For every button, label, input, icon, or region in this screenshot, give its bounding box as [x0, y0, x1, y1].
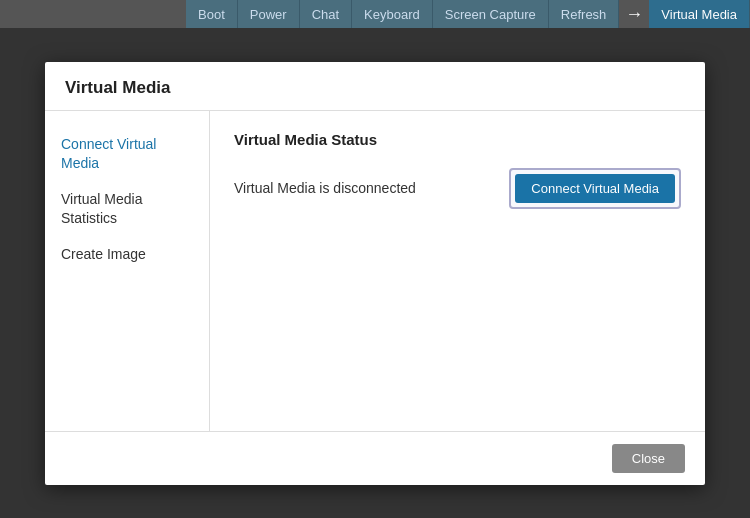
- toolbar-refresh[interactable]: Refresh: [549, 0, 620, 28]
- status-text: Virtual Media is disconnected: [234, 180, 416, 196]
- modal-body: Connect Virtual Media Virtual Media Stat…: [45, 111, 705, 431]
- toolbar-boot[interactable]: Boot: [186, 0, 238, 28]
- toolbar: Boot Power Chat Keyboard Screen Capture …: [186, 0, 750, 28]
- sidebar-item-create-image[interactable]: Create Image: [45, 237, 209, 273]
- content-title: Virtual Media Status: [234, 131, 681, 148]
- toolbar-virtual-media[interactable]: Virtual Media: [649, 0, 750, 28]
- toolbar-screen-capture[interactable]: Screen Capture: [433, 0, 549, 28]
- modal-footer: Close: [45, 431, 705, 485]
- status-row: Virtual Media is disconnected Connect Vi…: [234, 162, 681, 215]
- close-button[interactable]: Close: [612, 444, 685, 473]
- connect-virtual-media-button[interactable]: Connect Virtual Media: [515, 174, 675, 203]
- modal-header: Virtual Media: [45, 62, 705, 111]
- modal-title: Virtual Media: [65, 78, 171, 97]
- modal-overlay: Virtual Media Connect Virtual Media Virt…: [0, 28, 750, 518]
- toolbar-keyboard[interactable]: Keyboard: [352, 0, 433, 28]
- connect-btn-wrapper: Connect Virtual Media: [509, 168, 681, 209]
- modal-dialog: Virtual Media Connect Virtual Media Virt…: [45, 62, 705, 485]
- toolbar-power[interactable]: Power: [238, 0, 300, 28]
- sidebar-item-connect-virtual-media[interactable]: Connect Virtual Media: [45, 127, 209, 182]
- arrow-icon: →: [619, 4, 649, 25]
- sidebar: Connect Virtual Media Virtual Media Stat…: [45, 111, 210, 431]
- toolbar-chat[interactable]: Chat: [300, 0, 352, 28]
- content-area: Virtual Media Status Virtual Media is di…: [210, 111, 705, 431]
- sidebar-item-statistics[interactable]: Virtual Media Statistics: [45, 182, 209, 237]
